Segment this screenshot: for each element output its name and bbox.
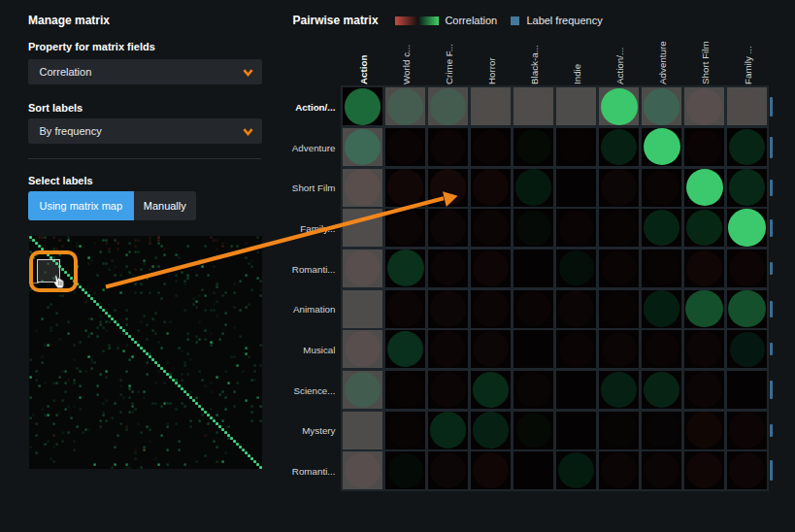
svg-text:Adventure: Adventure <box>657 41 668 84</box>
svg-text:Black-a...: Black-a... <box>529 45 540 84</box>
svg-text:Action: Action <box>358 55 369 84</box>
svg-text:World c...: World c... <box>401 45 412 84</box>
svg-text:Indie: Indie <box>572 63 582 84</box>
svg-text:Family ...: Family ... <box>743 46 753 84</box>
svg-text:Horror: Horror <box>486 57 497 84</box>
svg-text:Action/...: Action/... <box>614 48 625 84</box>
svg-text:Crime F...: Crime F... <box>444 44 454 84</box>
svg-text:Short Film: Short Film <box>700 41 711 84</box>
